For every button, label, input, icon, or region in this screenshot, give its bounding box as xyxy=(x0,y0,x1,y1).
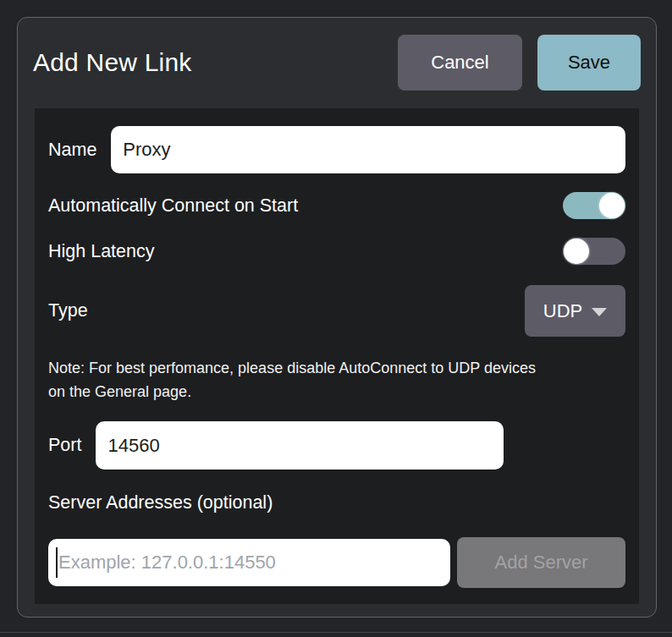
name-label: Name xyxy=(48,140,96,161)
server-address-input[interactable] xyxy=(48,539,450,586)
add-new-link-dialog: Add New Link Cancel Save Name Automatica… xyxy=(17,17,657,618)
link-settings-panel: Name Automatically Connect on Start High… xyxy=(35,108,639,604)
auto-connect-row: Automatically Connect on Start xyxy=(48,192,625,219)
save-button[interactable]: Save xyxy=(537,35,641,91)
type-dropdown[interactable]: UDP xyxy=(525,285,625,337)
server-input-wrap xyxy=(48,539,450,586)
server-addresses-label: Server Addresses (optional) xyxy=(48,492,625,513)
add-server-button[interactable]: Add Server xyxy=(457,537,625,588)
auto-connect-toggle[interactable] xyxy=(563,192,625,219)
high-latency-row: High Latency xyxy=(48,238,625,265)
udp-note-text: Note: For best perfomance, please disabl… xyxy=(48,356,548,404)
port-row: Port xyxy=(48,421,625,470)
high-latency-toggle[interactable] xyxy=(563,238,625,265)
dialog-header: Add New Link Cancel Save xyxy=(33,35,641,91)
chevron-down-icon xyxy=(592,308,607,316)
header-buttons: Cancel Save xyxy=(398,35,641,91)
page-title: Add New Link xyxy=(33,48,398,77)
cancel-button[interactable]: Cancel xyxy=(398,35,522,91)
toggle-knob xyxy=(564,239,589,264)
toggle-knob xyxy=(599,193,625,218)
text-cursor xyxy=(56,547,58,578)
page-divider xyxy=(0,632,672,633)
high-latency-label: High Latency xyxy=(48,241,563,262)
server-row: Add Server xyxy=(48,537,625,588)
name-row: Name xyxy=(48,126,625,173)
name-input[interactable] xyxy=(111,126,625,173)
port-input[interactable] xyxy=(96,421,504,470)
auto-connect-label: Automatically Connect on Start xyxy=(48,195,563,217)
type-row: Type UDP xyxy=(48,285,625,337)
port-label: Port xyxy=(48,435,81,456)
type-dropdown-value: UDP xyxy=(543,300,582,322)
type-label: Type xyxy=(48,300,525,321)
